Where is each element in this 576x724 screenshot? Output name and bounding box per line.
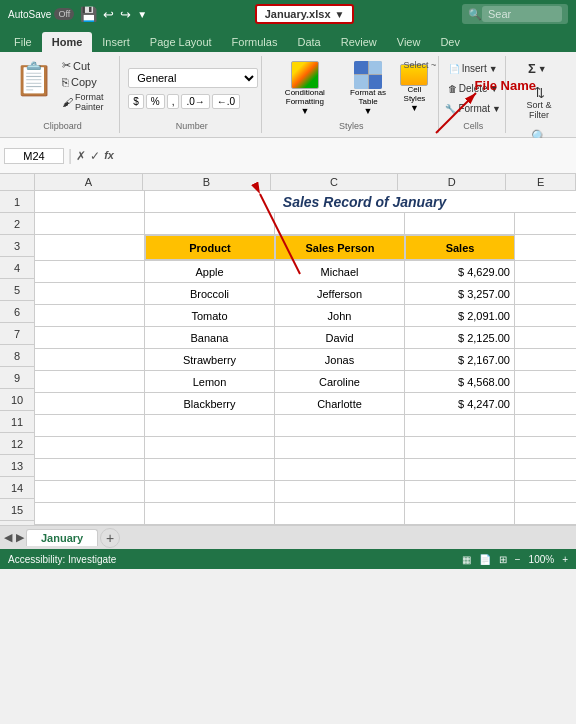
cell-b15[interactable] bbox=[145, 503, 275, 524]
cell-b9[interactable]: Lemon bbox=[145, 371, 275, 392]
add-sheet-button[interactable]: + bbox=[100, 528, 120, 548]
cell-b12[interactable] bbox=[145, 437, 275, 458]
cell-c14[interactable] bbox=[275, 481, 405, 502]
row-header-13[interactable]: 13 bbox=[0, 455, 34, 477]
cell-d6[interactable]: $ 2,091.00 bbox=[405, 305, 515, 326]
cell-a4[interactable] bbox=[35, 261, 145, 282]
sheet-tab-january[interactable]: January bbox=[26, 529, 98, 546]
formula-input[interactable] bbox=[118, 150, 576, 162]
cell-c15[interactable] bbox=[275, 503, 405, 524]
cell-c11[interactable] bbox=[275, 415, 405, 436]
cell-c2[interactable] bbox=[275, 213, 405, 234]
cell-e9[interactable] bbox=[515, 371, 576, 392]
row-header-8[interactable]: 8 bbox=[0, 345, 34, 367]
cell-d15[interactable] bbox=[405, 503, 515, 524]
cell-b10[interactable]: Blackberry bbox=[145, 393, 275, 414]
conditional-formatting-button[interactable]: Conditional Formatting ▼ bbox=[270, 59, 339, 119]
cell-e10[interactable] bbox=[515, 393, 576, 414]
cell-b11[interactable] bbox=[145, 415, 275, 436]
page-layout-icon[interactable]: 📄 bbox=[479, 554, 491, 565]
cell-b13[interactable] bbox=[145, 459, 275, 480]
cell-a11[interactable] bbox=[35, 415, 145, 436]
col-header-b[interactable]: B bbox=[143, 174, 271, 190]
normal-view-icon[interactable]: ▦ bbox=[462, 554, 471, 565]
cell-c8[interactable]: Jonas bbox=[275, 349, 405, 370]
col-header-e[interactable]: E bbox=[506, 174, 576, 190]
scroll-right-tab-icon[interactable]: ▶ bbox=[16, 531, 24, 544]
tab-review[interactable]: Review bbox=[331, 32, 387, 52]
tab-formulas[interactable]: Formulas bbox=[222, 32, 288, 52]
cell-d5[interactable]: $ 3,257.00 bbox=[405, 283, 515, 304]
cell-b14[interactable] bbox=[145, 481, 275, 502]
cell-b8[interactable]: Strawberry bbox=[145, 349, 275, 370]
cell-c3-header[interactable]: Sales Person bbox=[275, 235, 405, 260]
cell-c5[interactable]: Jefferson bbox=[275, 283, 405, 304]
cell-e6[interactable] bbox=[515, 305, 576, 326]
cell-styles-dropdown[interactable]: ▼ bbox=[410, 103, 419, 113]
sum-button[interactable]: Σ▼ bbox=[524, 58, 554, 79]
row-header-9[interactable]: 9 bbox=[0, 367, 34, 389]
cell-a15[interactable] bbox=[35, 503, 145, 524]
redo-icon[interactable]: ↪ bbox=[120, 7, 131, 22]
tab-dev[interactable]: Dev bbox=[430, 32, 470, 52]
cell-a13[interactable] bbox=[35, 459, 145, 480]
undo-icon[interactable]: ↩ bbox=[103, 7, 114, 22]
cell-a8[interactable] bbox=[35, 349, 145, 370]
tab-data[interactable]: Data bbox=[287, 32, 330, 52]
font-format-select[interactable]: General bbox=[128, 68, 258, 88]
cell-c4[interactable]: Michael bbox=[275, 261, 405, 282]
cell-b4[interactable]: Apple bbox=[145, 261, 275, 282]
cell-d7[interactable]: $ 2,125.00 bbox=[405, 327, 515, 348]
format-table-dropdown[interactable]: ▼ bbox=[364, 106, 373, 116]
cell-e15[interactable] bbox=[515, 503, 576, 524]
zoom-out-button[interactable]: − bbox=[515, 554, 521, 565]
cell-e13[interactable] bbox=[515, 459, 576, 480]
file-name-dropdown[interactable]: ▼ bbox=[335, 9, 345, 20]
autosave-toggle[interactable]: Off bbox=[54, 8, 74, 20]
row-header-15[interactable]: 15 bbox=[0, 499, 34, 521]
col-header-d[interactable]: D bbox=[398, 174, 506, 190]
cut-button[interactable]: ✂ Cut bbox=[60, 58, 113, 73]
cell-c6[interactable]: John bbox=[275, 305, 405, 326]
decrease-decimal-button[interactable]: ←.0 bbox=[212, 94, 240, 109]
cell-a5[interactable] bbox=[35, 283, 145, 304]
cell-d4[interactable]: $ 4,629.00 bbox=[405, 261, 515, 282]
select-dropdown-label[interactable]: Select ~ bbox=[404, 60, 437, 70]
cell-c10[interactable]: Charlotte bbox=[275, 393, 405, 414]
quick-access-dropdown[interactable]: ▼ bbox=[137, 9, 147, 20]
row-header-4[interactable]: 4 bbox=[0, 257, 34, 279]
cell-b7[interactable]: Banana bbox=[145, 327, 275, 348]
cell-a3[interactable] bbox=[35, 235, 145, 260]
cell-e8[interactable] bbox=[515, 349, 576, 370]
row-header-12[interactable]: 12 bbox=[0, 433, 34, 455]
format-painter-button[interactable]: 🖌 Format Painter bbox=[60, 91, 113, 113]
scroll-left-tab-icon[interactable]: ◀ bbox=[4, 531, 12, 544]
cell-e3[interactable] bbox=[515, 235, 576, 260]
cell-a12[interactable] bbox=[35, 437, 145, 458]
cell-e4[interactable] bbox=[515, 261, 576, 282]
cancel-formula-icon[interactable]: ✗ bbox=[76, 149, 86, 163]
row-header-7[interactable]: 7 bbox=[0, 323, 34, 345]
format-cells-button[interactable]: 🔧 Format▼ bbox=[441, 100, 505, 117]
page-break-icon[interactable]: ⊞ bbox=[499, 554, 507, 565]
search-input[interactable] bbox=[482, 6, 562, 22]
cell-d14[interactable] bbox=[405, 481, 515, 502]
cell-b5[interactable]: Broccoli bbox=[145, 283, 275, 304]
copy-button[interactable]: ⎘ Copy bbox=[60, 75, 113, 89]
cell-d8[interactable]: $ 2,167.00 bbox=[405, 349, 515, 370]
cell-e11[interactable] bbox=[515, 415, 576, 436]
increase-decimal-button[interactable]: .0→ bbox=[181, 94, 209, 109]
tab-view[interactable]: View bbox=[387, 32, 431, 52]
cell-c9[interactable]: Caroline bbox=[275, 371, 405, 392]
row-header-11[interactable]: 11 bbox=[0, 411, 34, 433]
comma-button[interactable]: , bbox=[167, 94, 180, 109]
format-as-table-button[interactable]: Format as Table ▼ bbox=[343, 59, 394, 119]
paste-button[interactable]: 📋 bbox=[12, 58, 56, 100]
cell-d2[interactable] bbox=[405, 213, 515, 234]
cell-a10[interactable] bbox=[35, 393, 145, 414]
insert-function-icon[interactable]: fx bbox=[104, 149, 114, 163]
cell-a14[interactable] bbox=[35, 481, 145, 502]
cell-e7[interactable] bbox=[515, 327, 576, 348]
cell-d12[interactable] bbox=[405, 437, 515, 458]
cell-a6[interactable] bbox=[35, 305, 145, 326]
